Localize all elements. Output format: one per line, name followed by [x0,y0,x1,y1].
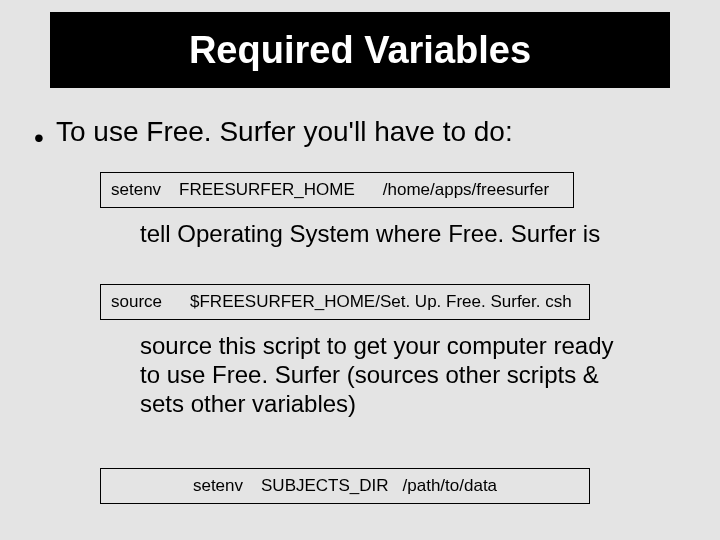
command-box-2: source $FREESURFER_HOME/Set. Up. Free. S… [100,284,590,320]
cmd1-setenv: setenv [111,180,161,200]
slide: Required Variables • To use Free. Surfer… [0,0,720,540]
explain-1: tell Operating System where Free. Surfer… [140,220,660,249]
command-box-1: setenv FREESURFER_HOME /home/apps/freesu… [100,172,574,208]
cmd1-path: /home/apps/freesurfer [383,180,549,200]
bullet-dot-icon: • [34,116,56,154]
bullet-row: • To use Free. Surfer you'll have to do: [34,116,674,154]
cmd1-var: FREESURFER_HOME [179,180,355,200]
cmd3-setenv: setenv [193,476,243,496]
cmd3-path: /path/to/data [403,476,498,496]
cmd2-source: source [111,292,162,312]
slide-title-bar: Required Variables [50,12,670,88]
command-box-3: setenv SUBJECTS_DIR /path/to/data [100,468,590,504]
explain-2: source this script to get your computer … [140,332,640,418]
cmd3-var: SUBJECTS_DIR [261,476,389,496]
bullet-text: To use Free. Surfer you'll have to do: [56,116,513,148]
slide-title: Required Variables [189,29,531,72]
cmd2-script: $FREESURFER_HOME/Set. Up. Free. Surfer. … [190,292,572,312]
